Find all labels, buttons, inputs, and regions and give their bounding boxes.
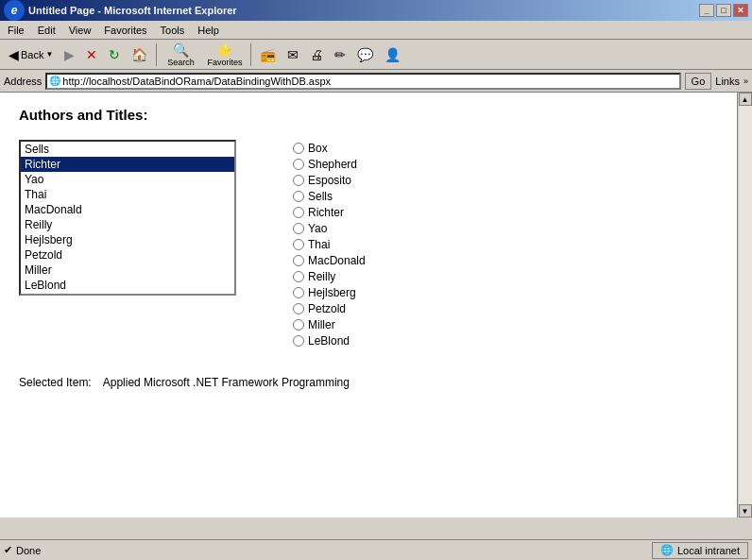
menu-favorites[interactable]: Favorites bbox=[98, 23, 152, 38]
radio-input[interactable] bbox=[293, 175, 304, 186]
toolbar-separator-2 bbox=[250, 43, 251, 66]
radio-input[interactable] bbox=[293, 335, 304, 347]
radio-label: Reilly bbox=[308, 270, 335, 283]
go-button[interactable]: Go bbox=[685, 73, 712, 90]
radio-label: Miller bbox=[308, 318, 335, 331]
ie-logo: e bbox=[4, 0, 25, 21]
close-button[interactable]: ✕ bbox=[733, 4, 748, 17]
menu-file[interactable]: File bbox=[2, 23, 30, 38]
listbox-item[interactable]: Thai bbox=[21, 187, 234, 202]
refresh-button[interactable]: ↻ bbox=[104, 44, 125, 65]
radio-item[interactable]: Reilly bbox=[293, 270, 366, 283]
links-expand-icon: » bbox=[743, 76, 748, 86]
research-button[interactable]: 👤 bbox=[380, 44, 405, 65]
favorites-button[interactable]: ⭐ Favorites bbox=[202, 40, 247, 70]
radio-group: BoxShepherdEspositoSellsRichterYaoThaiMa… bbox=[293, 142, 366, 348]
radio-item[interactable]: Shepherd bbox=[293, 158, 366, 171]
radio-item[interactable]: Esposito bbox=[293, 174, 366, 187]
forward-button[interactable]: ▶ bbox=[60, 44, 79, 65]
radio-label: Shepherd bbox=[308, 158, 357, 171]
authors-listbox[interactable]: SellsRichterYaoThaiMacDonaldReillyHejlsb… bbox=[19, 140, 236, 296]
stop-icon: ✕ bbox=[86, 47, 97, 62]
discuss-icon: 💬 bbox=[357, 47, 373, 62]
back-label: Back bbox=[21, 49, 43, 60]
radio-label: Yao bbox=[308, 222, 327, 235]
maximize-button[interactable]: □ bbox=[716, 4, 731, 17]
address-url: http://localhost/DataBindORama/DataBindi… bbox=[62, 76, 331, 87]
menu-tools[interactable]: Tools bbox=[155, 23, 191, 38]
links-button[interactable]: Links bbox=[715, 76, 740, 87]
edit-icon: ✏ bbox=[334, 47, 346, 62]
minimize-button[interactable]: _ bbox=[699, 4, 714, 17]
scroll-track[interactable] bbox=[739, 106, 752, 504]
page-title: Authors and Titles: bbox=[19, 107, 733, 123]
discuss-button[interactable]: 💬 bbox=[352, 44, 378, 65]
toolbar-separator-1 bbox=[156, 43, 157, 66]
media-button[interactable]: 📻 bbox=[255, 44, 281, 65]
title-bar: e Untitled Page - Microsoft Internet Exp… bbox=[0, 0, 752, 21]
page-icon: 🌐 bbox=[49, 76, 60, 86]
radio-input[interactable] bbox=[293, 271, 304, 282]
content-area: ▲ ▼ Authors and Titles: SellsRichterYaoT… bbox=[0, 93, 752, 518]
radio-label: Box bbox=[308, 142, 328, 155]
favorites-icon: ⭐ bbox=[215, 42, 234, 58]
address-input[interactable]: 🌐 http://localhost/DataBindORama/DataBin… bbox=[45, 73, 680, 90]
radio-input[interactable] bbox=[293, 239, 304, 250]
scroll-up-arrow[interactable]: ▲ bbox=[739, 93, 752, 106]
radio-item[interactable]: Petzold bbox=[293, 302, 366, 315]
listbox-item[interactable]: Hejlsberg bbox=[21, 232, 234, 247]
print-button[interactable]: 🖨 bbox=[305, 44, 328, 65]
radio-item[interactable]: LeBlond bbox=[293, 334, 366, 348]
back-dropdown-icon: ▼ bbox=[45, 50, 53, 59]
scrollbar-right[interactable]: ▲ ▼ bbox=[737, 93, 752, 518]
listbox-item[interactable]: Richter bbox=[21, 157, 234, 172]
listbox-item[interactable]: Miller bbox=[21, 263, 234, 278]
media-icon: 📻 bbox=[260, 47, 276, 62]
radio-label: LeBlond bbox=[308, 334, 350, 348]
scroll-down-arrow[interactable]: ▼ bbox=[739, 504, 752, 518]
radio-item[interactable]: Richter bbox=[293, 206, 366, 219]
toolbar: ◀ Back ▼ ▶ ✕ ↻ 🏠 🔍 Search ⭐ Favorites 📻 … bbox=[0, 40, 752, 70]
listbox-item[interactable]: Sells bbox=[21, 142, 234, 157]
search-icon: 🔍 bbox=[171, 42, 190, 58]
radio-input[interactable] bbox=[293, 319, 304, 331]
radio-item[interactable]: Yao bbox=[293, 222, 366, 235]
listbox-container: SellsRichterYaoThaiMacDonaldReillyHejlsb… bbox=[19, 140, 236, 296]
radio-input[interactable] bbox=[293, 303, 304, 314]
stop-button[interactable]: ✕ bbox=[81, 44, 102, 65]
radio-item[interactable]: MacDonald bbox=[293, 254, 366, 267]
radio-item[interactable]: Miller bbox=[293, 318, 366, 331]
radio-input[interactable] bbox=[293, 207, 304, 218]
radio-label: Petzold bbox=[308, 302, 346, 315]
radio-label: Esposito bbox=[308, 174, 351, 187]
home-button[interactable]: 🏠 bbox=[127, 44, 152, 65]
edit-button[interactable]: ✏ bbox=[330, 44, 350, 65]
listbox-item[interactable]: MacDonald bbox=[21, 202, 234, 217]
radio-input[interactable] bbox=[293, 287, 304, 298]
listbox-item[interactable]: LeBlond bbox=[21, 278, 234, 293]
radio-input[interactable] bbox=[293, 223, 304, 234]
address-label: Address bbox=[4, 76, 42, 87]
radio-item[interactable]: Sells bbox=[293, 190, 366, 203]
status-label: Selected Item: bbox=[19, 376, 92, 389]
radio-item[interactable]: Box bbox=[293, 142, 366, 155]
search-button[interactable]: 🔍 Search bbox=[161, 40, 200, 70]
radio-input[interactable] bbox=[293, 159, 304, 170]
forward-arrow-icon: ▶ bbox=[64, 47, 75, 62]
radio-input[interactable] bbox=[293, 143, 304, 154]
listbox-item[interactable]: Reilly bbox=[21, 217, 234, 232]
radio-input[interactable] bbox=[293, 255, 304, 266]
radio-input[interactable] bbox=[293, 191, 304, 202]
radio-item[interactable]: Thai bbox=[293, 238, 366, 251]
listbox-item[interactable]: Yao bbox=[21, 172, 234, 187]
favorites-label: Favorites bbox=[207, 58, 242, 67]
menu-help[interactable]: Help bbox=[192, 23, 225, 38]
radio-item[interactable]: Hejlsberg bbox=[293, 286, 366, 299]
back-button[interactable]: ◀ Back ▼ bbox=[4, 44, 58, 65]
mail-button[interactable]: ✉ bbox=[282, 44, 303, 65]
back-arrow-icon: ◀ bbox=[9, 47, 19, 62]
menu-edit[interactable]: Edit bbox=[32, 23, 61, 38]
menu-view[interactable]: View bbox=[63, 23, 97, 38]
listbox-item[interactable]: Petzold bbox=[21, 247, 234, 263]
status-area: Selected Item: Applied Microsoft .NET Fr… bbox=[19, 376, 733, 389]
